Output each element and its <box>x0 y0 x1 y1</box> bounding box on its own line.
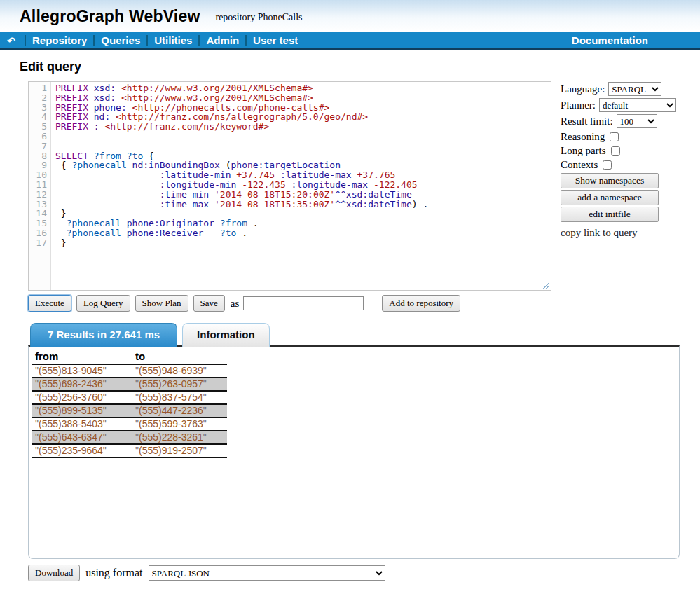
table-row: "(555)256-3760""(555)837-5754" <box>32 391 227 404</box>
editor-line-numbers: 1234567891011121314151617 <box>29 82 51 290</box>
line-number: 8 <box>29 151 47 161</box>
code-line <box>55 132 551 141</box>
nav-separator <box>25 35 26 46</box>
line-number: 6 <box>29 132 47 141</box>
code-line: :longitude-min -122.435 :longitude-max -… <box>55 180 551 190</box>
results-table: from to "(555)813-9045""(555)948-6939""(… <box>32 350 227 458</box>
result-cell: "(555)948-6939" <box>132 364 227 378</box>
nav-separator <box>146 35 148 46</box>
line-number: 9 <box>29 160 47 170</box>
query-editor[interactable]: 1234567891011121314151617 PREFIX xsd: <h… <box>28 81 551 291</box>
result-cell: "(555)813-9045" <box>32 364 132 378</box>
show-plan-button[interactable]: Show Plan <box>135 295 188 312</box>
result-cell: "(555)388-5403" <box>32 417 132 431</box>
line-number: 12 <box>29 190 47 200</box>
nav-item-queries[interactable]: Queries <box>101 34 140 46</box>
code-line: PREFIX phone: <http://phonecalls.com/pho… <box>55 103 551 113</box>
add-to-repository-button[interactable]: Add to repository <box>382 295 460 312</box>
code-line: :latitude-min +37.745 :latitude-max +37.… <box>55 170 551 180</box>
reasoning-row: Reasoning <box>561 130 676 144</box>
code-line: PREFIX xsd: <http://www.w3.org/2001/XMLS… <box>55 93 551 103</box>
reasoning-label: Reasoning <box>561 131 605 143</box>
query-toolbar: Execute Log Query Show Plan Save as Add … <box>28 295 700 312</box>
nav-separator <box>245 35 247 46</box>
planner-label: Planner: <box>561 99 596 111</box>
long-parts-checkbox[interactable] <box>611 146 620 156</box>
line-number: 5 <box>29 122 47 132</box>
language-row: Language: SPARQL <box>561 81 676 97</box>
planner-select[interactable]: default <box>599 98 676 112</box>
result-cell: "(555)228-3261" <box>132 431 227 444</box>
result-limit-label: Result limit: <box>561 116 613 127</box>
code-line: SELECT ?from ?to { <box>55 151 551 161</box>
result-limit-row: Result limit: 100 <box>561 113 676 129</box>
table-row: "(555)643-6347""(555)228-3261" <box>32 431 227 444</box>
code-line: } <box>55 209 551 219</box>
nav-item-utilities[interactable]: Utilities <box>154 34 192 46</box>
nav-item-admin[interactable]: Admin <box>206 34 239 46</box>
line-number: 3 <box>29 103 47 113</box>
download-button[interactable]: Download <box>28 565 80 581</box>
show-namespaces-button[interactable]: Show namespaces <box>561 173 659 188</box>
result-cell: "(555)899-5135" <box>32 404 132 417</box>
download-row: Download using format SPARQL JSON <box>28 565 700 581</box>
main-nav: ↶ Repository Queries Utilities Admin Use… <box>0 32 700 50</box>
line-number: 4 <box>29 112 47 122</box>
code-line: :time-min '2014-08-18T15:20:00Z'^^xsd:da… <box>55 190 551 200</box>
result-cell: "(555)643-6347" <box>32 431 132 444</box>
contexts-row: Contexts <box>561 158 676 172</box>
table-row: "(555)899-5135""(555)447-2236" <box>32 404 227 417</box>
nav-separator <box>198 35 200 46</box>
save-button[interactable]: Save <box>193 295 225 312</box>
line-number: 10 <box>29 170 47 180</box>
table-header-row: from to <box>32 350 227 364</box>
result-limit-select[interactable]: 100 <box>617 114 657 128</box>
column-header-from: from <box>32 350 132 364</box>
result-cell: "(555)919-2507" <box>132 444 227 457</box>
code-line: } <box>55 238 551 248</box>
copy-link-to-query[interactable]: copy link to query <box>561 227 676 239</box>
code-line: PREFIX nd: <http://franz.com/ns/allegrog… <box>55 112 551 122</box>
contexts-label: Contexts <box>561 159 598 171</box>
execute-button[interactable]: Execute <box>28 295 71 312</box>
results-tabs: 7 Results in 27.641 ms Information <box>30 323 700 347</box>
result-cell: "(555)256-3760" <box>32 391 132 404</box>
app-header: AllegroGraph WebView repository PhoneCal… <box>0 0 700 32</box>
nav-item-user-test[interactable]: User test <box>253 34 298 46</box>
nav-back-button[interactable]: ↶ <box>4 35 18 46</box>
line-number: 15 <box>29 219 47 228</box>
nav-item-repository[interactable]: Repository <box>32 34 87 46</box>
table-row: "(555)388-5403""(555)599-3763" <box>32 417 227 431</box>
table-row: "(555)235-9664""(555)919-2507" <box>32 444 227 457</box>
using-format-label: using format <box>85 567 142 579</box>
result-cell: "(555)599-3763" <box>132 417 227 431</box>
editor-code[interactable]: PREFIX xsd: <http://www.w3.org/2001/XMLS… <box>51 82 551 290</box>
save-name-input[interactable] <box>243 296 364 310</box>
app-title: AllegroGraph WebView <box>20 7 200 26</box>
back-arrow-icon: ↶ <box>7 35 15 46</box>
line-number: 14 <box>29 209 47 219</box>
table-row: "(555)698-2436""(555)263-0957" <box>32 378 227 391</box>
edit-initfile-button[interactable]: edit initfile <box>561 207 659 222</box>
code-line: PREFIX : <http://franz.com/ns/keyword#> <box>55 122 551 132</box>
contexts-checkbox[interactable] <box>603 160 612 170</box>
line-number: 17 <box>29 238 47 248</box>
line-number: 7 <box>29 141 47 151</box>
long-parts-label: Long parts <box>561 145 606 157</box>
main-content: Edit query 1234567891011121314151617 PRE… <box>0 60 700 581</box>
code-line: ?phonecall phone:Originator ?from . <box>55 219 551 228</box>
tab-information[interactable]: Information <box>182 323 270 347</box>
nav-separator <box>93 35 95 46</box>
line-number: 13 <box>29 200 47 209</box>
results-panel: from to "(555)813-9045""(555)948-6939""(… <box>28 345 680 559</box>
log-query-button[interactable]: Log Query <box>76 295 130 312</box>
language-label: Language: <box>561 83 605 95</box>
format-select[interactable]: SPARQL JSON <box>149 565 385 581</box>
language-select[interactable]: SPARQL <box>608 82 661 96</box>
tab-results[interactable]: 7 Results in 27.641 ms <box>30 323 177 347</box>
long-parts-row: Long parts <box>561 144 676 158</box>
add-namespace-button[interactable]: add a namespace <box>561 190 659 205</box>
nav-item-documentation[interactable]: Documentation <box>572 34 648 46</box>
reasoning-checkbox[interactable] <box>610 132 619 141</box>
code-line: :time-max '2014-08-18T15:35:00Z'^^xsd:da… <box>55 200 551 209</box>
